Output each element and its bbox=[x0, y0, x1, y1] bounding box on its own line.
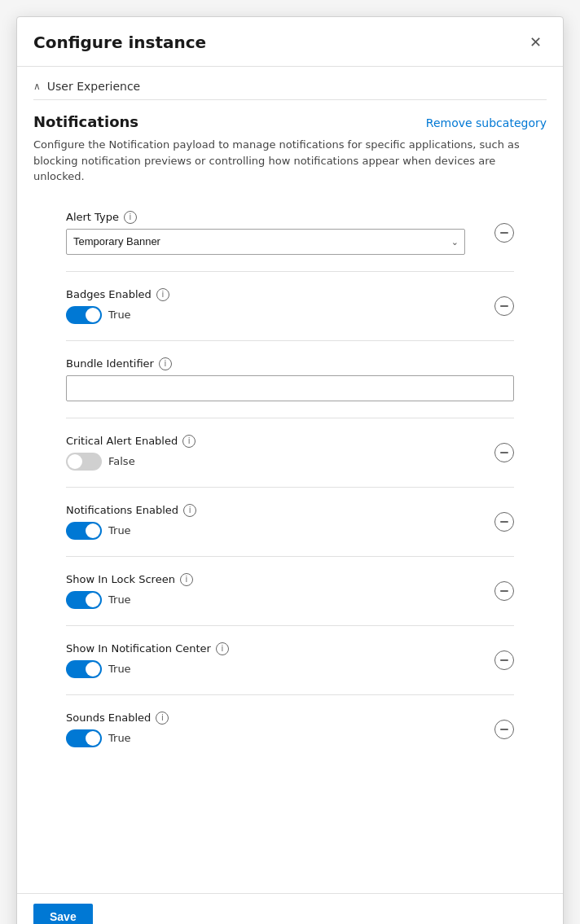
show-in-notification-center-value-row: True bbox=[66, 660, 485, 678]
critical-alert-enabled-value-row: False bbox=[66, 453, 485, 471]
dialog-header: Configure instance ✕ bbox=[17, 17, 563, 67]
divider-5 bbox=[66, 556, 514, 557]
critical-alert-enabled-value: False bbox=[108, 455, 135, 467]
badges-enabled-value: True bbox=[108, 309, 131, 321]
dialog-title: Configure instance bbox=[33, 33, 206, 52]
toggle-knob bbox=[68, 454, 82, 469]
show-in-notification-center-toggle[interactable] bbox=[66, 660, 102, 678]
bundle-identifier-content: Bundle Identifier i bbox=[66, 357, 514, 401]
bundle-identifier-info-icon[interactable]: i bbox=[159, 357, 172, 370]
sounds-enabled-remove-button[interactable] bbox=[494, 720, 514, 739]
minus-icon bbox=[500, 305, 508, 307]
alert-type-select[interactable]: Temporary Banner None Persistent Banner bbox=[66, 229, 465, 255]
bundle-identifier-input[interactable] bbox=[66, 375, 514, 401]
setting-row-bundle-identifier: Bundle Identifier i bbox=[66, 348, 514, 411]
sounds-enabled-value: True bbox=[108, 732, 131, 744]
show-in-notification-center-remove-button[interactable] bbox=[494, 650, 514, 670]
subcategory-title: Notifications bbox=[33, 113, 138, 130]
alert-type-info-icon[interactable]: i bbox=[124, 211, 137, 224]
subcategory-header: Notifications Remove subcategory bbox=[33, 113, 547, 130]
alert-type-label-row: Alert Type i bbox=[66, 211, 485, 224]
divider-1 bbox=[66, 271, 514, 272]
critical-alert-enabled-remove-button[interactable] bbox=[494, 443, 514, 462]
subcategory-description: Configure the Notification payload to ma… bbox=[33, 137, 547, 185]
remove-subcategory-link[interactable]: Remove subcategory bbox=[426, 113, 547, 129]
notifications-enabled-value-row: True bbox=[66, 522, 485, 540]
minus-icon bbox=[500, 452, 508, 453]
badges-enabled-toggle[interactable] bbox=[66, 306, 102, 324]
sounds-enabled-info-icon[interactable]: i bbox=[156, 712, 169, 725]
toggle-knob bbox=[86, 662, 100, 677]
notifications-enabled-label-row: Notifications Enabled i bbox=[66, 504, 485, 517]
setting-row-show-in-notification-center: Show In Notification Center i True bbox=[66, 633, 514, 688]
sounds-enabled-label-row: Sounds Enabled i bbox=[66, 712, 485, 725]
show-in-notification-center-info-icon[interactable]: i bbox=[216, 642, 229, 655]
show-in-lock-screen-value: True bbox=[108, 593, 131, 606]
alert-type-dropdown-row: Temporary Banner None Persistent Banner … bbox=[66, 229, 485, 255]
close-button[interactable]: ✕ bbox=[525, 30, 547, 55]
critical-alert-enabled-toggle[interactable] bbox=[66, 453, 102, 471]
badges-enabled-remove-button[interactable] bbox=[494, 296, 514, 316]
critical-alert-enabled-label-row: Critical Alert Enabled i bbox=[66, 435, 485, 448]
setting-row-badges-enabled: Badges Enabled i True bbox=[66, 278, 514, 334]
show-in-lock-screen-label: Show In Lock Screen bbox=[66, 573, 175, 585]
section-label: User Experience bbox=[47, 80, 140, 93]
bundle-identifier-label: Bundle Identifier bbox=[66, 357, 154, 370]
critical-alert-enabled-label: Critical Alert Enabled bbox=[66, 435, 178, 447]
bundle-identifier-input-row bbox=[66, 375, 514, 401]
show-in-lock-screen-remove-button[interactable] bbox=[494, 581, 514, 601]
dialog-footer: Save bbox=[17, 893, 563, 924]
show-in-notification-center-content: Show In Notification Center i True bbox=[66, 642, 485, 678]
toggle-knob bbox=[86, 731, 100, 746]
minus-icon bbox=[500, 232, 508, 234]
content-area: Notifications Remove subcategory Configu… bbox=[33, 113, 547, 757]
minus-icon bbox=[500, 729, 508, 730]
show-in-lock-screen-info-icon[interactable]: i bbox=[180, 573, 193, 586]
badges-enabled-label-row: Badges Enabled i bbox=[66, 288, 485, 301]
notifications-enabled-toggle[interactable] bbox=[66, 522, 102, 540]
close-icon: ✕ bbox=[529, 33, 542, 51]
section-chevron-icon[interactable]: ∧ bbox=[33, 81, 41, 92]
alert-type-label: Alert Type bbox=[66, 211, 119, 223]
badges-enabled-info-icon[interactable]: i bbox=[156, 288, 169, 301]
show-in-notification-center-value: True bbox=[108, 663, 131, 675]
critical-alert-enabled-info-icon[interactable]: i bbox=[182, 435, 196, 448]
setting-row-notifications-enabled: Notifications Enabled i True bbox=[66, 494, 514, 550]
show-in-lock-screen-label-row: Show In Lock Screen i bbox=[66, 573, 485, 586]
divider-7 bbox=[66, 694, 514, 695]
notifications-enabled-info-icon[interactable]: i bbox=[183, 504, 196, 517]
show-in-lock-screen-toggle[interactable] bbox=[66, 591, 102, 609]
settings-container: Alert Type i Temporary Banner None Persi… bbox=[33, 201, 547, 757]
divider-3 bbox=[66, 418, 514, 418]
show-in-notification-center-label: Show In Notification Center bbox=[66, 642, 211, 655]
critical-alert-enabled-content: Critical Alert Enabled i False bbox=[66, 435, 485, 471]
alert-type-dropdown-wrapper: Temporary Banner None Persistent Banner … bbox=[66, 229, 465, 255]
notifications-enabled-remove-button[interactable] bbox=[494, 512, 514, 532]
show-in-lock-screen-value-row: True bbox=[66, 591, 485, 609]
notifications-enabled-label: Notifications Enabled bbox=[66, 504, 178, 516]
configure-instance-dialog: Configure instance ✕ ∧ User Experience N… bbox=[16, 16, 564, 924]
badges-enabled-content: Badges Enabled i True bbox=[66, 288, 485, 324]
dialog-body: ∧ User Experience Notifications Remove s… bbox=[17, 67, 563, 893]
badges-enabled-value-row: True bbox=[66, 306, 485, 324]
show-in-notification-center-label-row: Show In Notification Center i bbox=[66, 642, 485, 655]
divider-6 bbox=[66, 625, 514, 626]
section-header: ∧ User Experience bbox=[33, 67, 547, 100]
sounds-enabled-label: Sounds Enabled bbox=[66, 712, 151, 724]
setting-row-critical-alert-enabled: Critical Alert Enabled i False bbox=[66, 425, 514, 480]
divider-4 bbox=[66, 487, 514, 488]
minus-icon bbox=[500, 590, 508, 592]
alert-type-remove-button[interactable] bbox=[494, 223, 514, 243]
alert-type-content: Alert Type i Temporary Banner None Persi… bbox=[66, 211, 485, 255]
show-in-lock-screen-content: Show In Lock Screen i True bbox=[66, 573, 485, 609]
setting-row-alert-type: Alert Type i Temporary Banner None Persi… bbox=[66, 201, 514, 265]
toggle-knob bbox=[86, 593, 100, 607]
sounds-enabled-toggle[interactable] bbox=[66, 729, 102, 747]
save-button[interactable]: Save bbox=[33, 904, 93, 924]
setting-row-sounds-enabled: Sounds Enabled i True bbox=[66, 702, 514, 757]
setting-row-show-in-lock-screen: Show In Lock Screen i True bbox=[66, 563, 514, 619]
notifications-enabled-value: True bbox=[108, 524, 131, 536]
minus-icon bbox=[500, 521, 508, 523]
divider-2 bbox=[66, 340, 514, 341]
minus-icon bbox=[500, 659, 508, 661]
